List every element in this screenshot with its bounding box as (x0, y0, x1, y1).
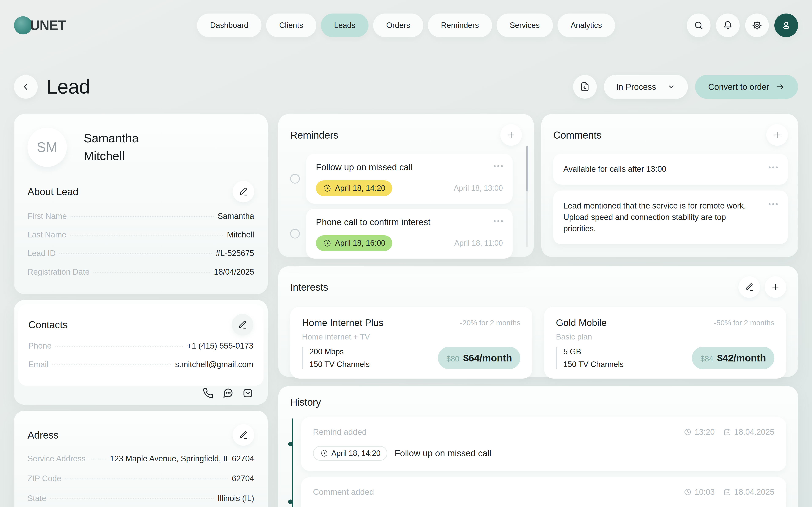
reminder-item: Follow up on missed call (290, 154, 513, 204)
about-fields: First Name Samantha Last Name Mitchell L… (28, 212, 254, 286)
plan-old-price: $84 (700, 354, 713, 363)
message-button[interactable] (222, 388, 234, 399)
about-lead-title: About Lead (28, 186, 79, 198)
contacts-card: Contacts Phone +1 (415 (14, 300, 268, 405)
reminders-list: Follow up on missed call (290, 154, 525, 259)
plan-discount: -50% for 2 months (714, 317, 774, 327)
history-date: 18.04.2025 (723, 488, 774, 497)
interests-card: Interests (278, 266, 798, 377)
timeline-dot (288, 442, 293, 446)
contact-actions (18, 386, 263, 400)
lead-first-name: Samantha (84, 129, 139, 147)
field-last-name: Last Name Mitchell (28, 230, 254, 249)
notifications-button[interactable] (716, 13, 740, 37)
history-item: Remind added 13:20 (301, 417, 786, 471)
edit-contacts-button[interactable] (232, 314, 253, 335)
lead-person: SM Samantha Mitchell (28, 128, 254, 167)
brand-name: UNET (30, 17, 66, 33)
plan-subtitle: Basic plan (556, 333, 774, 341)
address-fields: Service Address 123 Maple Avenue, Spring… (28, 454, 254, 507)
title-actions: In Process Convert to order (573, 75, 798, 99)
plan-discount: -20% for 2 months (460, 317, 520, 327)
clock-icon (683, 428, 692, 436)
edit-icon (239, 187, 248, 196)
interest-item: Home Internet Plus -20% for 2 months Hom… (290, 307, 532, 379)
edit-interests-button[interactable] (739, 276, 760, 298)
field-phone: Phone +1 (415) 555-0173 (28, 341, 253, 360)
page-title-row: Lead In Process Convert to order (14, 75, 798, 99)
edit-about-button[interactable] (233, 181, 254, 203)
back-icon (21, 82, 31, 92)
history-remind-badge: April 18, 14:20 (313, 446, 388, 461)
reminder-checkbox[interactable] (290, 174, 300, 183)
history-date: 18.04.2025 (723, 428, 774, 437)
lead-status-value: In Process (616, 82, 656, 92)
edit-icon (239, 430, 248, 440)
plan-name: Gold Mobile (556, 317, 607, 328)
nav-item-leads[interactable]: Leads (321, 13, 368, 37)
lead-name: Samantha Mitchell (84, 129, 139, 165)
reminder-clock-icon (320, 449, 328, 458)
nav-item-reminders[interactable]: Reminders (428, 13, 492, 37)
reminders-scrollbar-thumb[interactable] (526, 146, 528, 191)
timeline-dot (288, 500, 293, 504)
gear-icon (752, 20, 762, 30)
lead-status-dropdown[interactable]: In Process (604, 75, 688, 99)
comments-card: Comments Available for calls after 13:00 (541, 114, 798, 257)
back-button[interactable] (14, 75, 38, 99)
ellipsis-icon[interactable] (494, 162, 503, 167)
comment-text: Available for calls after 13:00 (563, 164, 769, 175)
edit-address-button[interactable] (233, 424, 254, 446)
reminder-title: Follow up on missed call (316, 162, 413, 172)
profile-button[interactable] (774, 13, 798, 37)
avatar: SM (28, 128, 67, 167)
reminders-scrollbar-track (526, 146, 528, 247)
comment-item: Available for calls after 13:00 (553, 154, 788, 185)
ellipsis-icon[interactable] (494, 217, 503, 222)
history-item: Comment added 10:03 (301, 477, 786, 507)
comments-title: Comments (553, 129, 601, 141)
address-title: Adress (28, 429, 58, 441)
settings-button[interactable] (745, 13, 769, 37)
history-list: Remind added 13:20 (301, 417, 786, 507)
nav-item-orders[interactable]: Orders (373, 13, 423, 37)
nav-item-services[interactable]: Services (497, 13, 553, 37)
add-interest-button[interactable] (765, 276, 786, 298)
add-comment-button[interactable] (766, 124, 788, 146)
clock-icon (683, 488, 692, 496)
main-nav: Dashboard Clients Leads Orders Reminders… (197, 13, 615, 37)
nav-item-clients[interactable]: Clients (266, 13, 316, 37)
chat-icon (222, 388, 234, 399)
ellipsis-icon[interactable] (769, 164, 778, 175)
nav-item-analytics[interactable]: Analytics (557, 13, 615, 37)
reminder-clock-icon (323, 184, 332, 193)
plan-name: Home Internet Plus (302, 317, 384, 328)
ellipsis-icon[interactable] (769, 200, 778, 234)
user-icon (781, 20, 792, 31)
right-area: Reminders Follow u (278, 114, 798, 507)
phone-icon (203, 388, 214, 399)
nav-item-dashboard[interactable]: Dashboard (197, 13, 262, 37)
reminder-body: Follow up on missed call (306, 154, 513, 204)
plan-price: $84 $42/month (692, 347, 774, 369)
contacts-fields: Phone +1 (415) 555-0173 Email s.mitchell… (28, 341, 253, 379)
plan-price: $80 $64/month (438, 347, 520, 369)
search-icon (694, 20, 704, 30)
reminder-title: Phone call to confirm interest (316, 217, 430, 227)
export-button[interactable] (573, 75, 597, 99)
reminders-card: Reminders Follow u (278, 114, 534, 257)
search-button[interactable] (687, 13, 711, 37)
convert-to-order-button[interactable]: Convert to order (695, 75, 798, 99)
field-first-name: First Name Samantha (28, 212, 254, 230)
call-button[interactable] (203, 388, 214, 399)
add-reminder-button[interactable] (500, 124, 522, 146)
reminder-created-at: April 18, 13:00 (454, 184, 503, 193)
chevron-down-icon (667, 82, 676, 91)
address-card: Adress Service Address 123 Maple Avenue,… (14, 411, 268, 507)
left-column: SM Samantha Mitchell About Lead (14, 114, 268, 507)
reminder-checkbox[interactable] (290, 229, 300, 238)
email-button[interactable] (242, 388, 253, 399)
interest-item: Gold Mobile -50% for 2 months Basic plan… (544, 307, 786, 379)
comment-item: Lead mentioned that the service is for r… (553, 190, 788, 244)
topbar-actions (687, 13, 798, 37)
